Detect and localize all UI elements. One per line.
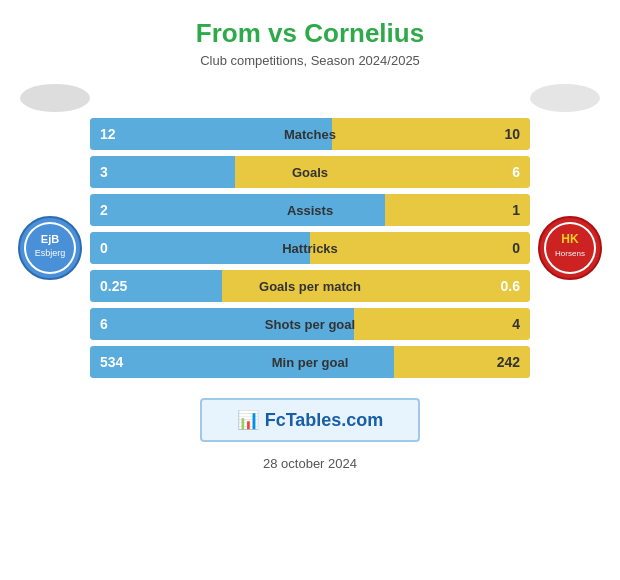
- oval-left: [20, 84, 90, 112]
- svg-text:Esbjerg: Esbjerg: [35, 248, 66, 258]
- logo-left: EjB Esbjerg: [10, 216, 90, 280]
- stat-label: Goals per match: [259, 279, 361, 294]
- page-wrapper: From vs Cornelius Club competitions, Sea…: [0, 0, 620, 580]
- stat-label: Shots per goal: [265, 317, 355, 332]
- stat-label: Matches: [284, 127, 336, 142]
- page-title: From vs Cornelius: [196, 18, 424, 49]
- svg-text:HK: HK: [561, 232, 579, 246]
- stat-label: Assists: [287, 203, 333, 218]
- stat-label: Min per goal: [272, 355, 349, 370]
- ejb-logo: EjB Esbjerg: [18, 216, 82, 280]
- stat-value-left: 3: [100, 164, 108, 180]
- stat-label: Goals: [292, 165, 328, 180]
- stat-value-left: 2: [100, 202, 108, 218]
- svg-text:EjB: EjB: [41, 233, 59, 245]
- stat-value-right: 242: [497, 354, 520, 370]
- stat-row: Goals36: [90, 156, 530, 188]
- date-label: 28 october 2024: [263, 456, 357, 471]
- stat-value-left: 12: [100, 126, 116, 142]
- stat-value-left: 0.25: [100, 278, 127, 294]
- stat-value-right: 0.6: [501, 278, 520, 294]
- stat-row: Assists21: [90, 194, 530, 226]
- page-subtitle: Club competitions, Season 2024/2025: [200, 53, 420, 68]
- stat-row: Goals per match0.250.6: [90, 270, 530, 302]
- stat-label: Hattricks: [282, 241, 338, 256]
- stat-value-left: 534: [100, 354, 123, 370]
- stat-value-right: 0: [512, 240, 520, 256]
- comparison-area: EjB Esbjerg Matches1210Goals36Assists21H…: [10, 118, 610, 378]
- hk-logo: HK Horsens: [538, 216, 602, 280]
- stat-value-right: 4: [512, 316, 520, 332]
- stat-value-right: 6: [512, 164, 520, 180]
- brand-text: FcTables.com: [265, 410, 384, 431]
- stat-row: Min per goal534242: [90, 346, 530, 378]
- top-ellipses: [10, 84, 610, 112]
- stat-row: Matches1210: [90, 118, 530, 150]
- stats-container: Matches1210Goals36Assists21Hattricks00Go…: [90, 118, 530, 378]
- brand-icon: 📊: [237, 409, 259, 431]
- stat-row: Hattricks00: [90, 232, 530, 264]
- stat-row: Shots per goal64: [90, 308, 530, 340]
- svg-text:Horsens: Horsens: [555, 249, 585, 258]
- brand-box: 📊 FcTables.com: [200, 398, 420, 442]
- stat-value-left: 0: [100, 240, 108, 256]
- oval-right: [530, 84, 600, 112]
- logo-right: HK Horsens: [530, 216, 610, 280]
- stat-value-left: 6: [100, 316, 108, 332]
- stat-value-right: 10: [504, 126, 520, 142]
- stat-value-right: 1: [512, 202, 520, 218]
